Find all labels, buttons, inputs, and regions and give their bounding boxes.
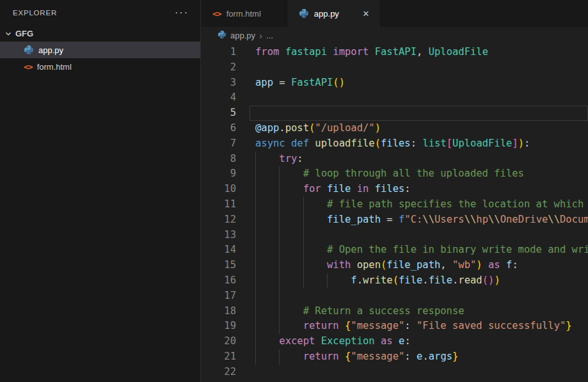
file-list: app.py<>form.html (0, 42, 200, 75)
breadcrumb-item-file[interactable]: app.py (230, 31, 255, 40)
line-number[interactable]: 2 (201, 60, 236, 76)
code-line: 9 # loop through all the uploaded files (201, 166, 588, 182)
code-text[interactable]: except Exception as e: (255, 334, 588, 349)
line-number[interactable]: 9 (201, 166, 236, 182)
code-token: . (452, 275, 458, 286)
code-text[interactable]: # file path specifies the location at wh… (255, 197, 588, 212)
code-line: 14 # Open the file in binary write mode … (201, 243, 588, 258)
code-token: Exception (321, 335, 375, 347)
folder-header-gfg[interactable]: GFG (0, 26, 200, 42)
code-text[interactable]: @app.post("/upload/") (255, 121, 588, 136)
indent-guide (279, 197, 280, 212)
line-number[interactable]: 3 (201, 76, 236, 91)
line-number[interactable]: 14 (201, 243, 236, 258)
code-token (255, 335, 279, 347)
code-line: 15 with open(file_path, "wb") as f: (201, 258, 588, 273)
html-icon: <> (212, 9, 221, 19)
indent-guide (303, 212, 304, 228)
code-text[interactable]: try: (255, 152, 588, 167)
more-actions-icon[interactable]: ··· (175, 10, 189, 16)
code-text[interactable]: from fastapi import FastAPI, UploadFile (255, 45, 588, 60)
code-text[interactable]: # loop through all the uploaded files (255, 166, 588, 182)
code-text[interactable]: return {"message": "File saved successfu… (255, 319, 588, 334)
code-text[interactable]: # Open the file in binary write mode and… (255, 243, 588, 258)
code-token: file (327, 183, 351, 195)
code-token: file_path (327, 214, 381, 225)
tab-form-html[interactable]: <>form.html (201, 0, 287, 27)
line-number[interactable]: 16 (201, 273, 236, 289)
code-token (447, 259, 452, 271)
code-token: ) (518, 138, 524, 149)
tab-app-py[interactable]: app.py✕ (287, 0, 381, 27)
code-token (369, 183, 374, 195)
line-number[interactable]: 4 (201, 90, 236, 106)
code-text[interactable] (255, 106, 588, 121)
indent-guide (279, 273, 280, 289)
code-token: : (297, 153, 303, 164)
line-number[interactable]: 5 (201, 106, 236, 121)
code-line: 11 # file path specifies the location at… (201, 197, 588, 212)
code-line: 8 try: (201, 152, 588, 167)
line-number[interactable]: 20 (201, 334, 236, 349)
line-number[interactable]: 11 (201, 197, 236, 212)
code-token: ) (488, 275, 494, 286)
code-text[interactable]: return {"message": e.args} (255, 349, 588, 365)
code-token: : (524, 138, 530, 149)
code-text[interactable]: async def uploadfile(files: list[UploadF… (255, 136, 588, 152)
close-icon[interactable]: ✕ (360, 7, 372, 20)
code-text[interactable]: app = FastAPI() (255, 76, 588, 91)
code-text[interactable] (255, 289, 588, 304)
breadcrumb-item-more[interactable]: ... (266, 31, 273, 40)
indent-guide (255, 243, 256, 258)
code-token: ( (375, 138, 381, 149)
line-number[interactable]: 6 (201, 121, 236, 136)
indent-guide (279, 258, 280, 273)
line-number[interactable]: 1 (201, 45, 236, 60)
line-number[interactable]: 12 (201, 212, 236, 228)
code-text[interactable]: file_path = f"C:\\Users\\hp\\OneDrive\\D… (255, 212, 588, 228)
code-token (285, 138, 291, 149)
code-token: : (404, 183, 410, 195)
code-text[interactable]: f.write(file.file.read()) (255, 273, 588, 289)
code-token: f (506, 259, 512, 271)
code-token (351, 259, 356, 271)
code-token: app (255, 77, 273, 88)
code-text[interactable] (255, 228, 588, 243)
line-number[interactable]: 21 (201, 349, 236, 365)
line-number[interactable]: 10 (201, 182, 236, 197)
line-number[interactable]: 7 (201, 136, 236, 152)
indent-guide (255, 319, 256, 334)
code-token: : (404, 335, 410, 347)
code-text[interactable]: with open(file_path, "wb") as f: (255, 258, 588, 273)
breadcrumb-file-icon (218, 30, 226, 41)
code-text[interactable]: for file in files: (255, 182, 588, 197)
code-text[interactable] (255, 365, 588, 380)
indent-guide (255, 334, 256, 349)
code-text[interactable]: # Return a success response (255, 304, 588, 319)
line-number[interactable]: 15 (201, 258, 236, 273)
code-text[interactable] (255, 90, 588, 106)
file-item-app-py[interactable]: app.py (0, 42, 200, 58)
code-line: 10 for file in files: (201, 182, 588, 197)
code-token: ( (482, 275, 488, 286)
line-number[interactable]: 13 (201, 228, 236, 243)
code-token: . (422, 275, 428, 286)
line-number[interactable]: 18 (201, 304, 236, 319)
line-number[interactable]: 22 (201, 365, 236, 380)
code-token: ( (381, 259, 386, 271)
indent-guide (303, 228, 304, 243)
code-token: } (566, 320, 571, 331)
code-editor[interactable]: 1from fastapi import FastAPI, UploadFile… (201, 44, 588, 382)
code-token: = (273, 77, 291, 88)
line-number[interactable]: 19 (201, 319, 236, 334)
line-number[interactable]: 17 (201, 289, 236, 304)
code-text[interactable] (255, 60, 588, 76)
code-token: file_path (386, 259, 440, 271)
code-line: 17 (201, 289, 588, 304)
code-token (369, 46, 374, 58)
code-token (339, 351, 345, 362)
code-line: 19 return {"message": "File saved succes… (201, 319, 588, 334)
code-line: 1from fastapi import FastAPI, UploadFile (201, 45, 588, 60)
file-item-form-html[interactable]: <>form.html (0, 58, 200, 75)
line-number[interactable]: 8 (201, 152, 236, 167)
